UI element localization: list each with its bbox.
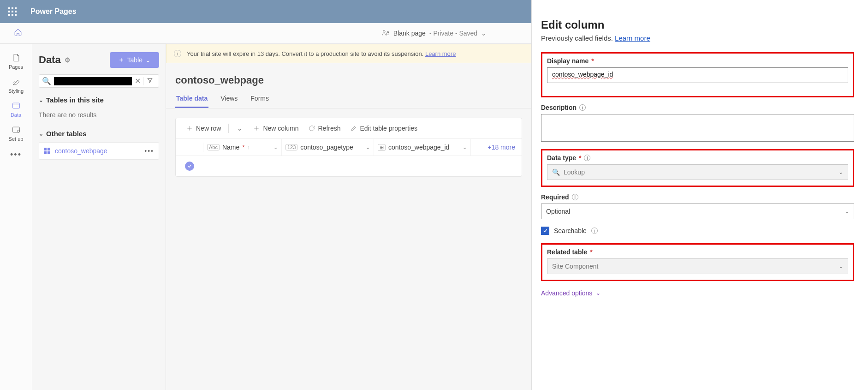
row-more-icon[interactable]: •••	[144, 147, 154, 155]
searchable-checkbox-row[interactable]: Searchable i	[541, 227, 854, 235]
home-icon[interactable]	[14, 28, 22, 39]
page-name: Blank page	[393, 30, 426, 37]
related-table-label: Related table	[547, 248, 587, 256]
rail-more-icon[interactable]: •••	[10, 144, 22, 165]
search-icon: 🔍	[552, 168, 560, 176]
description-input[interactable]	[541, 114, 854, 142]
edit-props-label: Edit table properties	[360, 125, 418, 132]
clear-icon[interactable]: ✕	[132, 77, 143, 85]
section-other-label: Other tables	[46, 130, 87, 138]
info-icon[interactable]: i	[579, 104, 586, 111]
panel-subtitle: Previously called fields.	[541, 34, 615, 42]
page-status[interactable]: Blank page - Private - Saved ⌄	[381, 29, 487, 38]
display-name-label: Display name	[547, 57, 589, 65]
chevron-down-icon[interactable]: ⌄	[463, 144, 467, 150]
learn-more-link[interactable]: Learn more	[615, 34, 650, 42]
banner-learn-more[interactable]: Learn more	[425, 50, 456, 57]
chevron-down-icon: ⌄	[596, 290, 600, 296]
section-tables-in-site[interactable]: ⌄ Tables in this site	[39, 96, 159, 104]
app-launcher-icon[interactable]	[8, 7, 17, 16]
trial-banner: i Your trial site will expire in 13 days…	[166, 44, 531, 63]
tabs: Table data Views Forms	[166, 90, 531, 108]
chevron-down-icon: ⌄	[145, 56, 151, 64]
new-row-button[interactable]: New row	[182, 123, 225, 134]
highlight-data-type: Data type*i 🔍Lookup ⌄	[541, 149, 854, 187]
description-label: Description	[541, 104, 577, 111]
display-name-value: contoso_webpage_id	[552, 71, 613, 78]
rail-setup-label: Set up	[9, 136, 24, 142]
highlight-related-table: Related table* Site Component ⌄	[541, 243, 854, 281]
rail-data[interactable]: Data	[0, 96, 32, 120]
lookup-type-icon: ⊞	[378, 144, 386, 151]
rail-pages[interactable]: Pages	[0, 48, 32, 72]
table-row[interactable]	[176, 156, 522, 176]
new-column-label: New column	[263, 125, 298, 132]
rail-pages-label: Pages	[9, 64, 23, 70]
column-pagetype[interactable]: 123 contoso_pagetype ⌄	[282, 139, 374, 156]
highlight-display-name: Display name* contoso_webpage_id	[541, 52, 854, 97]
svg-rect-3	[12, 127, 19, 132]
refresh-button[interactable]: Refresh	[304, 123, 345, 134]
text-type-icon: Abc	[207, 144, 220, 150]
info-icon[interactable]: i	[572, 194, 578, 200]
info-icon: i	[174, 50, 181, 57]
new-table-button[interactable]: ＋ Table ⌄	[110, 52, 159, 68]
banner-text: Your trial site will expire in 13 days. …	[187, 50, 423, 57]
tables-panel: Data ⚙ ＋ Table ⌄ 🔍 ✕ ⌄ Tables in this si…	[32, 44, 166, 390]
data-type-label: Data type	[547, 154, 576, 162]
chevron-down-icon: ⌄	[844, 208, 849, 215]
plus-icon: ＋	[118, 56, 125, 64]
grid-header: Abc Name* ↑ ⌄ 123 contoso_pagetype ⌄ ⊞ c…	[176, 139, 522, 156]
number-type-icon: 123	[285, 144, 297, 150]
refresh-label: Refresh	[318, 125, 341, 132]
display-name-input[interactable]: contoso_webpage_id	[547, 67, 848, 83]
search-row: 🔍 ✕	[39, 74, 159, 88]
required-value: Optional	[546, 208, 570, 215]
data-type-value: Lookup	[564, 168, 585, 176]
sort-asc-icon: ↑	[248, 144, 250, 150]
edit-properties-button[interactable]: Edit table properties	[346, 123, 422, 134]
left-rail: Pages Styling Data Set up •••	[0, 44, 32, 390]
chevron-down-icon[interactable]: ⌄	[273, 144, 278, 150]
info-icon[interactable]: i	[591, 228, 598, 234]
advanced-label: Advanced options	[541, 289, 592, 297]
table-item-contoso-webpage[interactable]: contoso_webpage •••	[39, 142, 159, 160]
tab-table-data[interactable]: Table data	[175, 90, 208, 108]
column-webpage-id[interactable]: ⊞ contoso_webpage_id ⌄	[374, 139, 471, 156]
more-columns[interactable]: +18 more	[481, 139, 522, 156]
rail-setup[interactable]: Set up	[0, 120, 32, 144]
people-lock-icon	[381, 29, 390, 38]
rail-styling[interactable]: Styling	[0, 72, 32, 96]
chevron-down-icon[interactable]: ⌄	[481, 30, 487, 37]
tab-forms[interactable]: Forms	[250, 90, 270, 108]
table-item-label: contoso_webpage	[55, 147, 107, 155]
section-site-label: Tables in this site	[46, 96, 104, 104]
panel-title: Data	[39, 54, 61, 66]
tab-views[interactable]: Views	[220, 90, 238, 108]
chevron-down-icon: ⌄	[39, 131, 43, 137]
section-other-tables[interactable]: ⌄ Other tables	[39, 130, 159, 138]
gear-icon[interactable]: ⚙	[65, 56, 71, 64]
search-input[interactable]	[54, 77, 132, 85]
filter-icon[interactable]	[143, 77, 156, 85]
chevron-down-icon: ⌄	[838, 263, 843, 270]
new-row-dropdown[interactable]: ⌄	[232, 123, 247, 134]
table-icon	[44, 148, 50, 154]
row-check[interactable]	[176, 162, 203, 171]
table-card: New row ⌄ New column Refresh Edit table …	[175, 118, 522, 177]
table-toolbar: New row ⌄ New column Refresh Edit table …	[176, 118, 522, 139]
svg-rect-1	[386, 33, 389, 35]
new-column-button[interactable]: New column	[249, 123, 302, 134]
required-select[interactable]: Optional ⌄	[541, 204, 854, 219]
chevron-down-icon: ⌄	[838, 169, 843, 175]
checkbox-checked-icon[interactable]	[541, 227, 549, 235]
new-row-label: New row	[196, 125, 221, 132]
svg-rect-2	[12, 103, 19, 108]
column-name[interactable]: Abc Name* ↑ ⌄	[203, 139, 282, 156]
info-icon[interactable]: i	[584, 155, 590, 161]
header-check[interactable]	[176, 143, 203, 152]
data-type-select: 🔍Lookup ⌄	[547, 164, 848, 180]
chevron-down-icon[interactable]: ⌄	[366, 144, 370, 150]
col-webpage-label: contoso_webpage_id	[388, 144, 449, 151]
advanced-options-toggle[interactable]: Advanced options ⌄	[541, 289, 854, 297]
